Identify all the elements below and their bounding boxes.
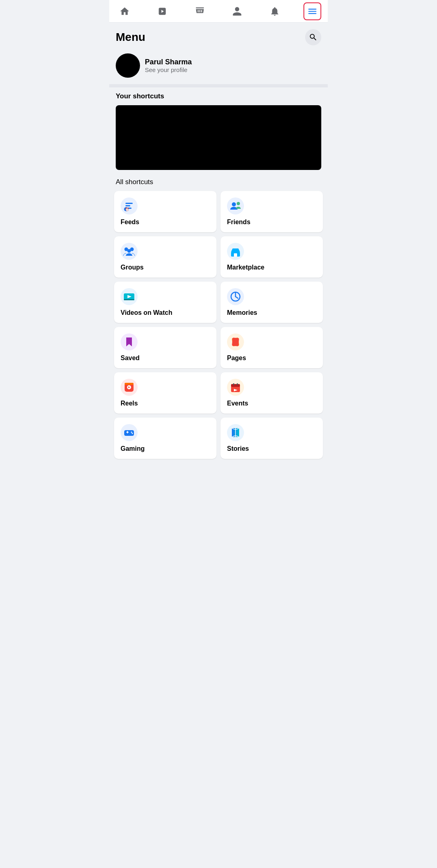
stories-icon — [227, 424, 244, 441]
nav-notifications[interactable] — [266, 2, 284, 20]
grid-item-videos[interactable]: Videos on Watch — [114, 282, 216, 323]
grid-item-saved[interactable]: Saved — [114, 327, 216, 368]
reels-label: Reels — [121, 400, 210, 407]
svg-text:⏰: ⏰ — [125, 207, 129, 211]
nav-home[interactable] — [116, 2, 134, 20]
svg-rect-2 — [125, 205, 130, 206]
grid-item-gaming[interactable]: Gaming — [114, 418, 216, 459]
friends-icon — [227, 197, 244, 214]
marketplace-label: Marketplace — [227, 264, 316, 271]
saved-icon — [121, 333, 138, 350]
profile-sub: See your profile — [145, 66, 192, 73]
saved-label: Saved — [121, 354, 210, 362]
svg-point-12 — [127, 249, 131, 253]
svg-rect-33 — [125, 383, 134, 385]
svg-rect-43 — [127, 431, 128, 433]
videos-icon — [121, 288, 138, 305]
top-nav — [109, 0, 328, 23]
svg-rect-19 — [124, 299, 134, 300]
svg-rect-36 — [231, 384, 240, 387]
groups-icon — [121, 243, 138, 260]
profile-info: Parul Sharma See your profile — [145, 58, 192, 73]
divider-1 — [109, 84, 328, 87]
shortcuts-label: Your shortcuts — [109, 87, 328, 104]
grid-item-reels[interactable]: Reels — [114, 372, 216, 414]
grid-item-marketplace[interactable]: Marketplace — [221, 236, 323, 278]
grid-item-stories[interactable]: Stories — [221, 418, 323, 459]
friends-label: Friends — [227, 219, 316, 226]
grid-item-feeds[interactable]: ⏰ Feeds — [114, 191, 216, 232]
all-shortcuts-label: All shortcuts — [109, 173, 328, 189]
events-icon — [227, 379, 244, 396]
nav-watch[interactable] — [153, 2, 171, 20]
profile-section[interactable]: Parul Sharma See your profile — [109, 49, 328, 84]
grid-item-pages[interactable]: Pages — [221, 327, 323, 368]
gaming-icon — [121, 424, 138, 441]
shortcuts-banner — [116, 105, 321, 170]
svg-rect-28 — [232, 337, 239, 346]
svg-point-6 — [227, 197, 244, 214]
svg-rect-38 — [237, 383, 238, 385]
nav-profile[interactable] — [228, 2, 246, 20]
profile-name: Parul Sharma — [145, 58, 192, 66]
svg-point-8 — [237, 202, 240, 205]
svg-point-44 — [131, 432, 132, 433]
videos-label: Videos on Watch — [121, 309, 210, 316]
search-button[interactable] — [305, 29, 321, 45]
gaming-label: Gaming — [121, 445, 210, 452]
grid-item-groups[interactable]: Groups — [114, 236, 216, 278]
memories-icon — [227, 288, 244, 305]
pages-label: Pages — [227, 354, 316, 362]
svg-point-7 — [232, 202, 236, 206]
feeds-icon: ⏰ — [121, 197, 138, 214]
grid-item-memories[interactable]: Memories — [221, 282, 323, 323]
nav-menu[interactable] — [303, 2, 321, 20]
groups-label: Groups — [121, 264, 210, 271]
nav-marketplace[interactable] — [191, 2, 209, 20]
svg-rect-1 — [125, 203, 133, 204]
stories-label: Stories — [227, 445, 316, 452]
marketplace-icon — [227, 243, 244, 260]
grid-item-friends[interactable]: Friends — [221, 191, 323, 232]
svg-rect-37 — [233, 383, 234, 385]
svg-point-45 — [132, 433, 133, 434]
avatar — [116, 53, 140, 78]
memories-label: Memories — [227, 309, 316, 316]
shortcuts-grid: ⏰ Feeds Friends — [109, 189, 328, 464]
reels-icon — [121, 379, 138, 396]
feeds-label: Feeds — [121, 219, 210, 226]
pages-icon — [227, 333, 244, 350]
grid-item-events[interactable]: Events — [221, 372, 323, 414]
svg-rect-15 — [234, 253, 237, 257]
menu-title: Menu — [116, 31, 145, 44]
events-label: Events — [227, 400, 316, 407]
menu-header: Menu — [109, 23, 328, 49]
